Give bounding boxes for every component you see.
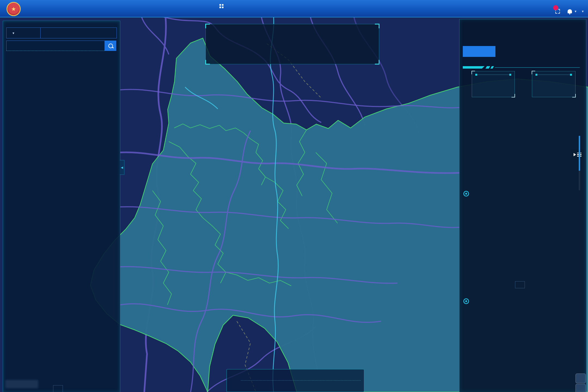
search-row xyxy=(6,41,116,51)
system-nav-menu[interactable] xyxy=(219,6,226,7)
chevron-down-icon[interactable]: ▾ xyxy=(575,9,577,13)
legend-divider xyxy=(241,380,361,381)
collapse-panel-icon[interactable] xyxy=(571,149,583,160)
bell-icon[interactable] xyxy=(568,9,572,13)
grid-menu-icon xyxy=(219,4,221,6)
decor-divider xyxy=(463,66,580,69)
search-icon xyxy=(108,44,113,48)
app-logo-emblem: ★ xyxy=(7,2,21,16)
header-right-controls: ▾ ▾ xyxy=(555,9,584,14)
map-zoom-out-button[interactable] xyxy=(575,384,586,392)
company-detail-panel xyxy=(459,19,586,392)
current-risk-box xyxy=(532,71,575,97)
search-button[interactable] xyxy=(105,41,116,51)
detector-stats-panel xyxy=(206,24,379,64)
trend-section-header xyxy=(463,298,472,304)
notification-badge xyxy=(553,5,558,10)
district-filter[interactable]: ▾ xyxy=(6,27,117,38)
app-root: ★ ▾ ▾ ▾ xyxy=(0,0,588,392)
hazard-source-section-header xyxy=(463,191,472,197)
chevron-down-icon: ▾ xyxy=(13,31,14,35)
3d-tour-button[interactable] xyxy=(463,46,495,57)
chevron-down-icon[interactable]: ▾ xyxy=(582,9,584,13)
current-page-input[interactable] xyxy=(515,281,525,288)
current-page-input[interactable] xyxy=(53,385,63,392)
search-input[interactable] xyxy=(6,41,105,51)
section-bullet-icon xyxy=(463,191,469,197)
map-zoom-in-button[interactable] xyxy=(575,373,586,383)
sidebar-collapse-handle[interactable]: ◀ xyxy=(120,160,124,175)
section-bullet-icon xyxy=(463,298,469,304)
company-card-list xyxy=(6,53,117,374)
safety-commitment-box xyxy=(472,71,515,97)
divider xyxy=(476,75,511,75)
scrollbar[interactable] xyxy=(579,136,580,190)
detail-pagination xyxy=(460,281,586,288)
map-legend-panel xyxy=(226,369,364,392)
company-list-sidebar: ▾ xyxy=(3,21,120,392)
app-header: ★ ▾ ▾ xyxy=(0,0,588,17)
divider xyxy=(536,75,571,75)
sidebar-pagination xyxy=(3,385,120,392)
